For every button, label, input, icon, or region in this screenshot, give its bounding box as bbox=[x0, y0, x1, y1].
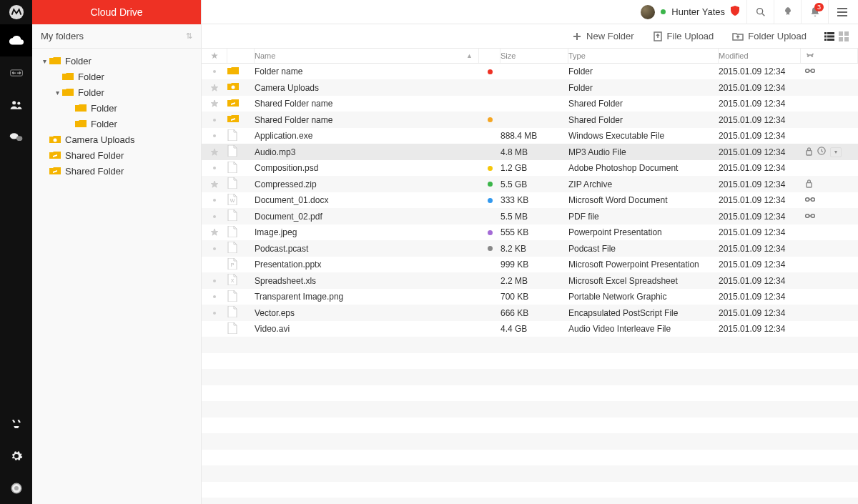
file-modified: 2015.01.09 12:34 bbox=[719, 324, 801, 334]
file-type: Portable Network Graphic bbox=[568, 292, 719, 302]
link-icon[interactable] bbox=[805, 195, 815, 205]
row-star[interactable] bbox=[202, 215, 227, 218]
status-dot-icon bbox=[661, 9, 666, 14]
rail-chat-icon[interactable] bbox=[0, 121, 32, 153]
rail-recycle-icon[interactable] bbox=[0, 407, 32, 440]
row-star[interactable] bbox=[202, 295, 227, 298]
menu-button[interactable] bbox=[828, 0, 855, 24]
file-type: Windows Executable File bbox=[568, 131, 719, 141]
rail-cloud-icon[interactable] bbox=[0, 24, 32, 56]
file-modified: 2015.01.09 12:34 bbox=[719, 260, 801, 270]
link-icon[interactable] bbox=[805, 66, 815, 76]
tree-label: Folder bbox=[65, 56, 92, 66]
row-star[interactable] bbox=[202, 228, 227, 237]
file-size: 2.2 MB bbox=[500, 276, 568, 286]
notifications-button[interactable]: 3 bbox=[801, 0, 828, 24]
file-size: 888.4 MB bbox=[500, 131, 568, 141]
link-icon[interactable] bbox=[805, 212, 815, 222]
row-star[interactable] bbox=[202, 148, 227, 157]
table-row[interactable]: Composition.psd1.2 GBAdobe Photoshop Doc… bbox=[202, 160, 858, 177]
file-icon bbox=[227, 129, 255, 143]
app-logo-icon[interactable] bbox=[0, 0, 32, 24]
table-row[interactable]: Transparent Image.png700 KBPortable Netw… bbox=[202, 289, 858, 305]
file-icon bbox=[227, 66, 255, 78]
row-star[interactable] bbox=[202, 199, 227, 202]
table-row[interactable]: Compressed.zip5.5 GBZIP Archive2015.01.0… bbox=[202, 176, 858, 192]
clock-icon[interactable] bbox=[817, 147, 826, 157]
row-star[interactable] bbox=[202, 312, 227, 315]
file-icon bbox=[227, 98, 255, 110]
row-star[interactable] bbox=[202, 99, 227, 108]
file-size: 999 KB bbox=[500, 260, 568, 270]
tree-item[interactable]: ▾Folder bbox=[32, 84, 201, 100]
new-folder-button[interactable]: New Folder bbox=[565, 24, 641, 49]
lock-icon[interactable] bbox=[805, 179, 813, 190]
user-name: Hunter Yates bbox=[671, 6, 725, 17]
row-star[interactable] bbox=[202, 167, 227, 169]
file-icon bbox=[227, 162, 255, 175]
file-icon bbox=[227, 177, 255, 191]
row-star[interactable] bbox=[202, 84, 227, 92]
col-name[interactable]: Name▲ bbox=[255, 49, 479, 63]
table-row[interactable]: WDocument_01.docx333 KBMicrosoft Word Do… bbox=[202, 192, 858, 209]
tree-item[interactable]: Shared Folder bbox=[32, 147, 201, 163]
color-dot bbox=[479, 69, 500, 74]
table-row[interactable]: PPresentation.pptx999 KBMicrosoft Powerp… bbox=[202, 257, 858, 273]
rail-help-icon[interactable] bbox=[0, 472, 32, 504]
sort-icon[interactable]: ⇅ bbox=[186, 31, 192, 41]
rail-settings-icon[interactable] bbox=[0, 440, 32, 472]
user-block[interactable]: Hunter Yates bbox=[633, 5, 746, 19]
tree-item[interactable]: Camera Uploads bbox=[32, 132, 201, 147]
color-dot bbox=[479, 166, 500, 171]
row-star[interactable] bbox=[202, 180, 227, 189]
table-row[interactable]: XSpreadsheet.xls2.2 MBMicrosoft Excel Sp… bbox=[202, 272, 858, 289]
rail-contacts-icon[interactable] bbox=[0, 89, 32, 121]
grid-view-icon[interactable] bbox=[838, 31, 849, 42]
row-star[interactable] bbox=[202, 280, 227, 282]
table-row[interactable]: Shared Folder nameShared Folder2015.01.0… bbox=[202, 96, 858, 112]
row-star[interactable] bbox=[202, 119, 227, 122]
rocket-button[interactable] bbox=[774, 0, 801, 24]
tree-item[interactable]: Folder bbox=[32, 69, 201, 84]
file-name: Transparent Image.png bbox=[255, 292, 479, 302]
table-row[interactable]: Shared Folder nameShared Folder2015.01.0… bbox=[202, 112, 858, 128]
file-modified: 2015.01.09 12:34 bbox=[719, 195, 801, 205]
svg-rect-14 bbox=[827, 35, 834, 37]
file-name: Presentation.pptx bbox=[255, 260, 479, 270]
lock-icon[interactable] bbox=[805, 147, 813, 158]
table-row[interactable]: Vector.eps666 KBEncapsulated PostScript … bbox=[202, 305, 858, 321]
tree-toggle-icon[interactable]: ▾ bbox=[52, 89, 62, 97]
table-row[interactable]: Podcast.pcast8.2 KBPodcast File2015.01.0… bbox=[202, 240, 858, 257]
toolbar: New Folder File Upload Folder Upload bbox=[202, 24, 858, 49]
tree-toggle-icon[interactable]: ▾ bbox=[39, 57, 49, 65]
table-row[interactable]: Audio.mp34.8 MBMP3 Audio File2015.01.09 … bbox=[202, 144, 858, 160]
table-row[interactable]: Folder nameFolder2015.01.09 12:34 bbox=[202, 64, 858, 80]
table-row[interactable]: Application.exe888.4 MBWindows Executabl… bbox=[202, 128, 858, 144]
file-modified: 2015.01.09 12:34 bbox=[719, 66, 801, 76]
search-button[interactable] bbox=[746, 0, 774, 24]
folder-icon bbox=[49, 56, 61, 66]
tree-item[interactable]: Shared Folder bbox=[32, 163, 201, 179]
chevron-down-icon[interactable]: ▾ bbox=[830, 147, 842, 157]
col-star[interactable] bbox=[202, 49, 227, 63]
tree-item[interactable]: ▾Folder bbox=[32, 53, 201, 69]
file-type: Podcast File bbox=[568, 244, 719, 254]
row-star[interactable] bbox=[202, 247, 227, 250]
file-modified: 2015.01.09 12:34 bbox=[719, 131, 801, 141]
rail-sync-icon[interactable] bbox=[0, 56, 32, 89]
sidebar-section-header[interactable]: My folders ⇅ bbox=[32, 24, 201, 49]
row-star[interactable] bbox=[202, 70, 227, 73]
file-upload-button[interactable]: File Upload bbox=[646, 24, 721, 49]
table-row[interactable]: Video.avi4.4 GBAudio Video Interleave Fi… bbox=[202, 321, 858, 337]
col-modified[interactable]: Modified bbox=[719, 49, 801, 63]
col-type[interactable]: Type bbox=[568, 49, 719, 63]
folder-upload-button[interactable]: Folder Upload bbox=[725, 24, 814, 49]
row-star[interactable] bbox=[202, 134, 227, 137]
list-view-icon[interactable] bbox=[824, 31, 835, 42]
table-row[interactable]: Image.jpeg555 KBPowerpoint Presentation2… bbox=[202, 224, 858, 241]
table-row[interactable]: Camera UploadsFolder2015.01.09 12:34 bbox=[202, 79, 858, 96]
table-row[interactable]: Document_02.pdf5.5 MBPDF file2015.01.09 … bbox=[202, 208, 858, 224]
col-size[interactable]: Size bbox=[500, 49, 568, 63]
tree-item[interactable]: Folder bbox=[32, 116, 201, 132]
tree-item[interactable]: Folder bbox=[32, 100, 201, 116]
